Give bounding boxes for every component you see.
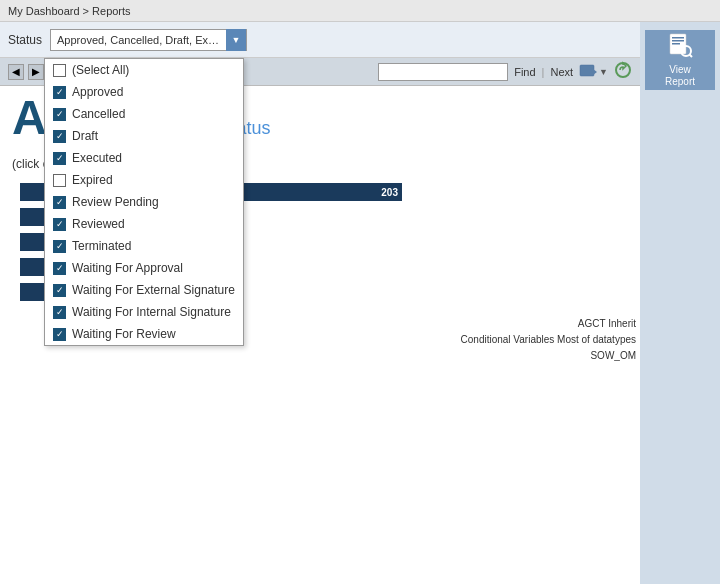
dropdown-item-label-6: Review Pending (72, 195, 159, 209)
dropdown-item-label-3: Draft (72, 129, 98, 143)
checkbox-6[interactable] (53, 196, 66, 209)
status-label: Status (8, 33, 42, 47)
status-dropdown-arrow-icon[interactable] (226, 29, 246, 51)
dropdown-item-8[interactable]: Terminated (45, 235, 243, 257)
svg-rect-0 (580, 65, 594, 76)
dropdown-item-12[interactable]: Waiting For Review (45, 323, 243, 345)
status-dropdown-menu: (Select All)ApprovedCancelledDraftExecut… (44, 58, 244, 346)
toolbar-find-section: Find | Next ▼ (378, 61, 632, 82)
dropdown-item-label-9: Waiting For Approval (72, 261, 183, 275)
refresh-icon[interactable] (614, 61, 632, 82)
status-dropdown-value: Approved, Cancelled, Draft, Exec… (51, 32, 226, 48)
checkbox-4[interactable] (53, 152, 66, 165)
dropdown-item-7[interactable]: Reviewed (45, 213, 243, 235)
checkbox-8[interactable] (53, 240, 66, 253)
checkbox-0[interactable] (53, 64, 66, 77)
checkbox-11[interactable] (53, 306, 66, 319)
svg-rect-6 (672, 43, 680, 45)
status-dropdown[interactable]: Approved, Cancelled, Draft, Exec… (50, 29, 247, 51)
nav-next-button[interactable]: ▶ (28, 64, 44, 80)
checkbox-9[interactable] (53, 262, 66, 275)
dropdown-item-label-12: Waiting For Review (72, 327, 176, 341)
report-area: Status Approved, Cancelled, Draft, Exec…… (0, 22, 640, 584)
dropdown-item-3[interactable]: Draft (45, 125, 243, 147)
export-icon[interactable]: ▼ (579, 64, 608, 80)
status-bar: Status Approved, Cancelled, Draft, Exec… (0, 22, 640, 58)
dropdown-item-6[interactable]: Review Pending (45, 191, 243, 213)
dropdown-item-label-1: Approved (72, 85, 123, 99)
dropdown-item-label-4: Executed (72, 151, 122, 165)
dropdown-item-label-2: Cancelled (72, 107, 125, 121)
breadcrumb: My Dashboard > Reports (0, 0, 720, 22)
toolbar-nav: ◀ ▶ (8, 64, 44, 80)
checkbox-3[interactable] (53, 130, 66, 143)
dropdown-item-label-7: Reviewed (72, 217, 125, 231)
next-button[interactable]: Next (550, 66, 573, 78)
view-report-label: ViewReport (665, 64, 695, 88)
svg-rect-5 (672, 40, 684, 42)
checkbox-12[interactable] (53, 328, 66, 341)
svg-marker-1 (593, 69, 597, 75)
dropdown-item-1[interactable]: Approved (45, 81, 243, 103)
svg-line-8 (690, 55, 693, 58)
dropdown-item-9[interactable]: Waiting For Approval (45, 257, 243, 279)
checkbox-5[interactable] (53, 174, 66, 187)
breadcrumb-text: My Dashboard > Reports (8, 5, 131, 17)
dropdown-item-5[interactable]: Expired (45, 169, 243, 191)
find-button[interactable]: Find (514, 66, 535, 78)
dropdown-item-4[interactable]: Executed (45, 147, 243, 169)
dropdown-item-10[interactable]: Waiting For External Signature (45, 279, 243, 301)
dropdown-item-label-0: (Select All) (72, 63, 129, 77)
checkbox-1[interactable] (53, 86, 66, 99)
view-report-button[interactable]: ViewReport (645, 30, 715, 90)
toolbar-separator: | (542, 66, 545, 78)
right-panel: ViewReport (640, 22, 720, 584)
chart-bottom-label-2: SOW_OM (2, 350, 640, 366)
find-input[interactable] (378, 63, 508, 81)
checkbox-7[interactable] (53, 218, 66, 231)
dropdown-item-11[interactable]: Waiting For Internal Signature (45, 301, 243, 323)
dropdown-item-label-10: Waiting For External Signature (72, 283, 235, 297)
checkbox-10[interactable] (53, 284, 66, 297)
nav-prev-button[interactable]: ◀ (8, 64, 24, 80)
dropdown-item-0[interactable]: (Select All) (45, 59, 243, 81)
dropdown-item-label-8: Terminated (72, 239, 131, 253)
dropdown-item-label-11: Waiting For Internal Signature (72, 305, 231, 319)
dropdown-item-label-5: Expired (72, 173, 113, 187)
chart-bar-value-0: 203 (381, 187, 398, 198)
svg-rect-4 (672, 37, 684, 39)
dropdown-item-2[interactable]: Cancelled (45, 103, 243, 125)
view-report-icon (666, 32, 694, 60)
checkbox-2[interactable] (53, 108, 66, 121)
